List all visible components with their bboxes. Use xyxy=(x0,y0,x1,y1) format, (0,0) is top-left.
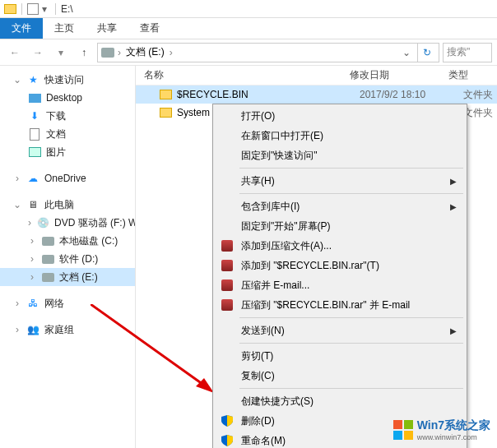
breadcrumb[interactable]: 文档 (E:) xyxy=(124,45,166,59)
ctx-include-library[interactable]: 包含到库中(I)▶ xyxy=(215,196,465,216)
sidebar-item-onedrive[interactable]: ›☁OneDrive xyxy=(0,169,135,187)
file-row[interactable]: $RECYCLE.BIN 2017/9/2 18:10 文件夹 xyxy=(136,85,497,104)
ctx-copy[interactable]: 复制(C) xyxy=(215,366,465,386)
refresh-button[interactable]: ↻ xyxy=(417,44,435,62)
star-icon: ★ xyxy=(26,73,39,86)
address-dropdown-icon[interactable]: ⌄ xyxy=(399,47,414,58)
disk-icon xyxy=(41,234,54,247)
rar-icon xyxy=(220,258,235,273)
watermark: Win7系统之家 www.winwin7.com xyxy=(392,418,490,441)
ctx-open[interactable]: 打开(O) xyxy=(215,106,465,126)
svg-rect-5 xyxy=(404,431,413,440)
search-input[interactable]: 搜索" xyxy=(443,43,492,62)
ctx-share[interactable]: 共享(H)▶ xyxy=(215,171,465,191)
nav-history-button[interactable]: ▾ xyxy=(51,43,71,62)
folder-icon xyxy=(3,2,16,16)
ctx-create-shortcut[interactable]: 创建快捷方式(S) xyxy=(215,391,465,411)
sidebar-item-pictures[interactable]: 图片 xyxy=(0,143,135,161)
tab-home[interactable]: 主页 xyxy=(43,18,86,39)
nav-up-button[interactable]: ↑ xyxy=(74,43,94,62)
window-title: E:\ xyxy=(61,3,73,15)
disk-icon xyxy=(101,48,114,58)
sidebar-item-softd[interactable]: ›软件 (D:) xyxy=(0,250,135,268)
sidebar-item-documents[interactable]: 文档 xyxy=(0,125,135,143)
svg-rect-3 xyxy=(404,420,413,429)
ctx-cut[interactable]: 剪切(T) xyxy=(215,346,465,366)
ribbon-tabs: 文件 主页 共享 查看 xyxy=(0,18,497,39)
chevron-right-icon: ▶ xyxy=(450,177,457,186)
download-icon: ⬇ xyxy=(28,109,41,122)
sidebar-item-thispc[interactable]: ⌄🖥此电脑 xyxy=(0,196,135,214)
col-date[interactable]: 修改日期 xyxy=(341,68,440,82)
rar-icon xyxy=(220,278,235,293)
qat-icon[interactable] xyxy=(27,3,39,15)
folder-icon xyxy=(159,106,172,119)
ctx-pin-start[interactable]: 固定到"开始"屏幕(P) xyxy=(215,216,465,236)
pc-icon: 🖥 xyxy=(26,198,39,211)
folder-icon xyxy=(159,88,172,101)
nav-back-button[interactable]: ← xyxy=(5,43,25,62)
dvd-icon: 💿 xyxy=(36,216,49,229)
col-type[interactable]: 类型 xyxy=(440,68,497,82)
desktop-icon xyxy=(28,91,41,104)
sidebar-item-doce[interactable]: ›文档 (E:) xyxy=(0,268,135,286)
address-row: ← → ▾ ↑ › 文档 (E:) › ⌄ ↻ 搜索" xyxy=(0,39,497,66)
sidebar-item-desktop[interactable]: Desktop xyxy=(0,89,135,107)
qat-dropdown-icon[interactable]: ▾ xyxy=(39,3,50,15)
column-headers[interactable]: 名称 修改日期 类型 xyxy=(136,66,497,85)
cloud-icon: ☁ xyxy=(26,172,39,185)
svg-rect-2 xyxy=(393,420,402,429)
sidebar-item-localc[interactable]: ›本地磁盘 (C:) xyxy=(0,232,135,250)
context-menu: 打开(O) 在新窗口中打开(E) 固定到"快速访问" 共享(H)▶ 包含到库中(… xyxy=(212,104,467,448)
sidebar-item-homegroup[interactable]: ›👥家庭组 xyxy=(0,321,135,339)
chevron-right-icon: ▶ xyxy=(450,326,457,335)
pictures-icon xyxy=(28,145,41,159)
ctx-add-archive[interactable]: 添加到压缩文件(A)... xyxy=(215,236,465,256)
sidebar-item-network[interactable]: ›🖧网络 xyxy=(0,294,135,312)
sidebar-item-dvd[interactable]: ›💿DVD 驱动器 (F:) WIN xyxy=(0,214,135,232)
windows-logo-icon xyxy=(392,419,414,441)
sidebar: ⌄★快速访问 Desktop ⬇下载 文档 图片 ›☁OneDrive ⌄🖥此电… xyxy=(0,66,136,448)
tab-share[interactable]: 共享 xyxy=(86,18,128,39)
rar-icon xyxy=(220,298,235,312)
homegroup-icon: 👥 xyxy=(26,323,39,336)
tab-file[interactable]: 文件 xyxy=(0,18,43,39)
sidebar-item-downloads[interactable]: ⬇下载 xyxy=(0,107,135,125)
nav-forward-button: → xyxy=(28,43,48,62)
ctx-compress-email[interactable]: 压缩并 E-mail... xyxy=(215,275,465,295)
ctx-add-rar[interactable]: 添加到 "$RECYCLE.BIN.rar"(T) xyxy=(215,256,465,275)
network-icon: 🖧 xyxy=(26,297,39,310)
svg-rect-4 xyxy=(393,431,402,440)
col-name[interactable]: 名称 xyxy=(136,68,341,82)
document-icon xyxy=(28,127,41,141)
disk-icon xyxy=(41,252,54,266)
ctx-open-new-window[interactable]: 在新窗口中打开(E) xyxy=(215,126,465,145)
shield-icon xyxy=(220,413,235,428)
titlebar: ▾ E:\ xyxy=(0,0,497,18)
ctx-pin-quickaccess[interactable]: 固定到"快速访问" xyxy=(215,145,465,165)
ctx-sendto[interactable]: 发送到(N)▶ xyxy=(215,321,465,340)
shield-icon xyxy=(220,433,235,448)
tab-view[interactable]: 查看 xyxy=(128,18,171,39)
disk-icon xyxy=(41,270,54,284)
rar-icon xyxy=(220,238,235,253)
address-bar[interactable]: › 文档 (E:) › ⌄ ↻ xyxy=(97,43,439,62)
sidebar-item-quickaccess[interactable]: ⌄★快速访问 xyxy=(0,71,135,89)
ctx-compress-rar-email[interactable]: 压缩到 "$RECYCLE.BIN.rar" 并 E-mail xyxy=(215,295,465,315)
chevron-right-icon: ▶ xyxy=(450,202,457,211)
